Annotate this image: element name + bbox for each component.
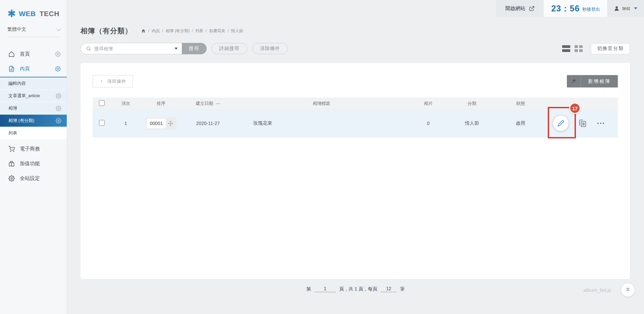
- scroll-to-top-button[interactable]: [621, 283, 635, 297]
- sort-order-input[interactable]: [147, 119, 166, 128]
- item-actions-button[interactable]: 項目操作: [93, 75, 133, 87]
- sidebar-item-inner-pages[interactable]: 內頁: [0, 61, 67, 76]
- clear-filters-button[interactable]: 清除條件: [252, 43, 288, 54]
- album-table: 項次 排序 建立日期— 相簿標題 相片 分類 狀態 1: [93, 98, 618, 137]
- sidebar-item-list[interactable]: 列表: [0, 127, 67, 139]
- add-album-button[interactable]: 新增相簿: [567, 75, 618, 87]
- submenu-item-label: 相簿 (有分類): [8, 118, 34, 124]
- list-view-icon[interactable]: [562, 45, 570, 52]
- sidebar-item-ecommerce[interactable]: 電子商務: [0, 141, 67, 156]
- search-input[interactable]: [94, 46, 171, 51]
- breadcrumb-item[interactable]: 情人節: [231, 28, 243, 34]
- edit-button[interactable]: [553, 116, 569, 131]
- chevron-up-icon: [625, 287, 631, 293]
- breadcrumb-item[interactable]: 相簿 (有分類): [166, 28, 190, 34]
- sidebar-item-home[interactable]: 首頁: [0, 47, 67, 61]
- select-all-checkbox[interactable]: [99, 100, 105, 106]
- more-actions-button[interactable]: [597, 121, 605, 126]
- asterisk-icon: ✱: [7, 9, 16, 18]
- search-field: [80, 43, 182, 54]
- breadcrumb-item[interactable]: 列表: [195, 28, 203, 34]
- external-link-icon: [529, 6, 535, 11]
- sidebar: ✱ WEB TECH 繁體中文 首頁 內頁 編輯內容: [0, 0, 67, 314]
- header-date[interactable]: 建立日期—: [181, 98, 235, 109]
- breadcrumb-item[interactable]: 內頁: [152, 28, 160, 34]
- timer-colon: :: [564, 4, 567, 13]
- header-title: 相簿標題: [235, 98, 408, 109]
- language-label: 繁體中文: [7, 26, 26, 33]
- header-photos: 相片: [408, 98, 448, 109]
- breadcrumb-item[interactable]: 節慶花束: [209, 28, 225, 34]
- language-selector[interactable]: 繁體中文: [7, 26, 59, 37]
- home-icon[interactable]: [141, 28, 146, 34]
- sidebar-item-album[interactable]: 相簿: [0, 102, 67, 115]
- sidebar-item-edit-content[interactable]: 編輯內容: [0, 77, 67, 90]
- timer-minutes: 23: [551, 4, 561, 13]
- footer: 第 頁，共 1 頁，每頁 筆 album_list.js: [67, 283, 644, 299]
- breadcrumb-separator: /: [148, 28, 149, 33]
- sidebar-item-label: 內頁: [20, 66, 30, 72]
- copy-icon: [579, 119, 587, 127]
- gear-icon[interactable]: [55, 51, 61, 57]
- user-menu[interactable]: test: [607, 0, 644, 17]
- pagination-middle: 頁，共 1 頁，每頁: [339, 286, 377, 292]
- chevron-down-icon: [56, 27, 61, 31]
- pin-icon[interactable]: [567, 75, 581, 87]
- drag-handle-icon[interactable]: [166, 121, 175, 126]
- sidebar-item-label: 全站設定: [20, 175, 40, 182]
- submenu-item-label: 文章選單_article: [8, 93, 40, 99]
- timer-seconds: 56: [570, 4, 580, 13]
- gear-icon[interactable]: [56, 93, 61, 99]
- open-site-button[interactable]: 開啟網站: [496, 0, 544, 17]
- view-toggle: [562, 45, 583, 52]
- page-number-input[interactable]: [314, 286, 336, 292]
- cell-index: 1: [111, 109, 141, 137]
- item-actions-label: 項目操作: [107, 78, 126, 84]
- add-album-label: 新增相簿: [581, 75, 618, 87]
- sidebar-item-addons[interactable]: 加值功能: [0, 156, 67, 171]
- table-header-row: 項次 排序 建立日期— 相簿標題 相片 分類 狀態: [93, 98, 618, 109]
- cell-category: 情人節: [448, 109, 495, 137]
- pagination-prefix: 第: [306, 286, 311, 292]
- breadcrumb-separator: /: [162, 28, 163, 33]
- brand-logo: ✱ WEB TECH: [0, 0, 67, 18]
- grid-view-icon[interactable]: [575, 45, 583, 52]
- sidebar-nav: 首頁 內頁 編輯內容 文章選單_article 相簿: [0, 47, 67, 186]
- advanced-search-button[interactable]: 詳細搜尋: [212, 43, 247, 54]
- header-index: 項次: [111, 98, 141, 109]
- switch-to-category-button[interactable]: 切換至分類: [591, 43, 630, 54]
- sidebar-item-article-menu[interactable]: 文章選單_article: [0, 90, 67, 102]
- row-checkbox[interactable]: [99, 120, 105, 126]
- cell-status: 啟用: [495, 109, 546, 137]
- sidebar-lower: 電子商務 加值功能 全站設定: [0, 141, 67, 186]
- open-site-label: 開啟網站: [505, 5, 525, 12]
- sidebar-item-album-categorized[interactable]: 相簿 (有分類): [0, 115, 67, 127]
- breadcrumb-separator: /: [206, 28, 207, 33]
- gear-icon[interactable]: [56, 118, 61, 124]
- chevron-down-icon: [634, 7, 637, 9]
- duplicate-button[interactable]: [579, 119, 587, 127]
- header-order: 排序: [141, 98, 181, 109]
- search-icon: [86, 46, 91, 51]
- sort-order-control: [146, 117, 176, 130]
- sort-indicator[interactable]: —: [216, 101, 220, 106]
- sidebar-item-site-settings[interactable]: 全站設定: [0, 171, 67, 186]
- search-button[interactable]: 搜尋: [182, 43, 207, 54]
- pencil-icon: [557, 120, 564, 127]
- gear-icon[interactable]: [56, 106, 61, 111]
- gear-icon: [8, 175, 15, 182]
- row-actions: [546, 116, 618, 131]
- header-category: 分類: [448, 98, 495, 109]
- page-title: 相簿（有分類）: [80, 26, 132, 36]
- username: test: [622, 6, 630, 11]
- dropdown-caret-icon[interactable]: [174, 48, 178, 50]
- timer-suffix: 秒後登出: [582, 6, 600, 12]
- sidebar-submenu: 編輯內容 文章選單_article 相簿 相簿 (有分類) 列表: [0, 77, 67, 139]
- toolbar: 搜尋 詳細搜尋 清除條件 切換至分類: [80, 43, 630, 54]
- per-page-input[interactable]: [381, 286, 397, 292]
- cart-icon: [8, 146, 15, 152]
- table-row: 1 2020-11-27 玫瑰花束 0 情人節 啟用: [93, 109, 618, 137]
- submenu-item-label: 編輯內容: [8, 80, 26, 86]
- breadcrumb-separator: /: [192, 28, 193, 33]
- gear-icon[interactable]: [55, 66, 61, 72]
